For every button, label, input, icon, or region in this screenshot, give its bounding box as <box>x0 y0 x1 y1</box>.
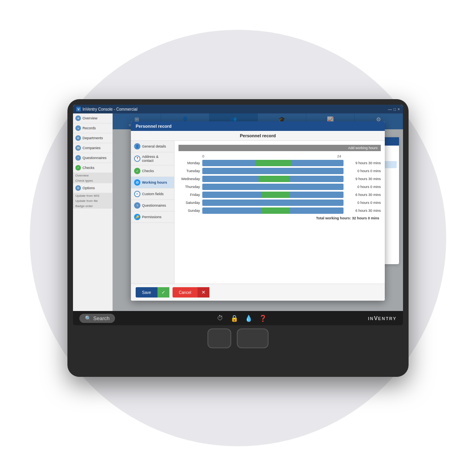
save-button[interactable]: Save <box>136 287 157 298</box>
friday-bar <box>202 192 344 198</box>
close-btn[interactable]: × <box>397 107 400 111</box>
dialog-sidebar-working-hours[interactable]: ⏱ Working hours <box>131 177 174 188</box>
dialog-title-bar: Personnel record <box>131 121 385 131</box>
search-icon: 🔍 <box>85 315 91 321</box>
timer-icon-btn[interactable]: ⏱ <box>215 313 226 324</box>
physical-button-right[interactable] <box>237 328 269 348</box>
search-button[interactable]: 🔍 Search <box>79 314 115 323</box>
scale-start: 0 <box>202 154 204 158</box>
dialog-footer: Save ✓ Cancel ✕ <box>131 284 385 301</box>
day-label-friday: Friday <box>178 193 202 197</box>
sunday-hours: 6 hours 30 mins <box>345 209 381 213</box>
wednesday-bar <box>202 176 344 182</box>
dialog-inner-title: Personnel record <box>131 131 385 141</box>
monday-bar <box>202 160 344 166</box>
dialog-overlay: Personnel record Personnel record 👤 Gene… <box>113 113 403 315</box>
window-controls[interactable]: — □ × <box>388 107 400 111</box>
search-label: Search <box>93 315 109 321</box>
custom-fields-icon: ⊞ <box>134 191 140 197</box>
table-row: Monday 9 hours 30 mins <box>178 160 381 166</box>
tablet-device: V InVentry Console - Commercial — □ × 👁 … <box>67 99 409 377</box>
sidebar-section-update-mis: Update from MIS <box>73 193 112 198</box>
thursday-hours: 0 hours 0 mins <box>345 185 381 189</box>
sidebar-item-companies[interactable]: 🏢 Companies <box>73 143 112 153</box>
cancel-button[interactable]: Cancel <box>173 287 198 298</box>
sidebar: 👁 Overview ≡ Records ⊞ Departments 🏢 Com… <box>73 113 113 315</box>
physical-button-left[interactable] <box>207 328 231 348</box>
questionnaires-icon: ? <box>75 155 81 161</box>
sidebar-item-departments[interactable]: ⊞ Departments <box>73 133 112 143</box>
dialog-title: Personnel record <box>136 124 171 129</box>
day-label-saturday: Saturday <box>178 201 202 205</box>
lock-icon-btn[interactable]: 🔒 <box>229 313 240 324</box>
records-icon: ≡ <box>75 125 81 131</box>
dialog-sidebar-custom-fields[interactable]: ⊞ Custom fields <box>131 188 174 200</box>
sidebar-section-check-types: Check types <box>73 178 112 183</box>
dialog-sidebar-questionnaires[interactable]: ? Questionnaires <box>131 200 174 211</box>
day-label-wednesday: Wednesday <box>178 177 202 181</box>
dialog-sidebar-checks[interactable]: ✓ Checks <box>131 165 174 177</box>
saturday-hours: 0 hours 0 mins <box>345 201 381 205</box>
options-icon: ⊞ <box>75 185 81 191</box>
screen: V InVentry Console - Commercial — □ × 👁 … <box>73 105 403 315</box>
day-label-monday: Monday <box>178 161 202 165</box>
sidebar-item-records[interactable]: ≡ Records <box>73 123 112 133</box>
help-icon-btn[interactable]: ❓ <box>257 313 269 324</box>
background-circle: V InVentry Console - Commercial — □ × 👁 … <box>30 30 446 446</box>
dialog-content: 👤 General details 📍 Address & contact ✓ <box>131 141 385 284</box>
day-label-tuesday: Tuesday <box>178 169 202 173</box>
dialog-sidebar-address[interactable]: 📍 Address & contact <box>131 152 174 165</box>
sidebar-item-overview[interactable]: 👁 Overview <box>73 113 112 123</box>
main-content: ⊞ Dashboard 👤 Visitors 0 👥 Personnel 0 <box>113 113 403 315</box>
table-row: Saturday 0 hours 0 mins <box>178 200 381 206</box>
companies-icon: 🏢 <box>75 145 81 151</box>
table-row: Wednesday 9 hours 30 mins <box>178 176 381 182</box>
checks-dialog-icon: ✓ <box>134 168 140 174</box>
friday-green-bar <box>262 192 290 198</box>
sidebar-item-questionnaires[interactable]: ? Questionnaires <box>73 153 112 163</box>
working-hours-panel: Add working hours 0 24 Monday <box>175 141 385 284</box>
sidebar-section-badge-order: Badge order <box>73 203 112 209</box>
sunday-bar <box>202 207 344 214</box>
water-icon-btn[interactable]: 💧 <box>243 313 254 324</box>
scale-end: 24 <box>337 154 341 158</box>
questionnaires-dialog-icon: ? <box>134 202 140 209</box>
inventry-logo: INVENTRY <box>368 315 397 321</box>
departments-icon: ⊞ <box>75 135 81 141</box>
permissions-icon: 🔑 <box>134 214 140 220</box>
monday-hours: 9 hours 30 mins <box>345 161 381 165</box>
overview-icon: 👁 <box>75 115 81 121</box>
minimize-btn[interactable]: — <box>388 107 392 111</box>
table-row: Thursday 0 hours 0 mins <box>178 184 381 190</box>
tuesday-hours: 0 hours 0 mins <box>345 169 381 173</box>
dialog-sidebar-general[interactable]: 👤 General details <box>131 141 174 152</box>
window-title: InVentry Console - Commercial <box>83 107 137 111</box>
sidebar-item-checks[interactable]: ✓ Checks <box>73 163 112 173</box>
total-hours: Total working hours: 32 hours 0 mins <box>178 216 381 220</box>
general-details-icon: 👤 <box>134 143 140 150</box>
day-label-sunday: Sunday <box>178 209 202 213</box>
table-row: Sunday 6 hours 30 mins <box>178 207 381 214</box>
sidebar-section-update-file: Update from file <box>73 198 112 203</box>
saturday-bar <box>202 200 344 206</box>
day-label-thursday: Thursday <box>178 185 202 189</box>
working-hours-icon: ⏱ <box>134 179 140 186</box>
personnel-record-dialog: Personnel record Personnel record 👤 Gene… <box>131 121 385 301</box>
checks-icon: ✓ <box>75 165 81 171</box>
sidebar-item-options[interactable]: ⊞ Options <box>73 183 112 193</box>
friday-hours: 6 hours 30 mins <box>345 193 381 197</box>
dialog-sidebar-permissions[interactable]: 🔑 Permissions <box>131 211 174 223</box>
wednesday-green-bar <box>259 176 290 182</box>
bottom-status-bar: 🔍 Search ⏱ 🔒 💧 ❓ INVENTRY <box>73 311 403 325</box>
add-working-hours-bar[interactable]: Add working hours <box>178 145 381 151</box>
cancel-x-button[interactable]: ✕ <box>198 287 209 298</box>
wednesday-hours: 9 hours 30 mins <box>345 177 381 181</box>
table-row: Tuesday 0 hours 0 mins <box>178 168 381 174</box>
sidebar-section-overview: Overview <box>73 173 112 178</box>
sunday-green-bar <box>262 207 290 214</box>
bottom-icons: ⏱ 🔒 💧 ❓ <box>215 313 269 324</box>
maximize-btn[interactable]: □ <box>393 107 396 111</box>
bottom-buttons <box>207 328 269 348</box>
save-check-button[interactable]: ✓ <box>157 287 169 298</box>
hours-scale: 0 24 <box>178 154 341 160</box>
